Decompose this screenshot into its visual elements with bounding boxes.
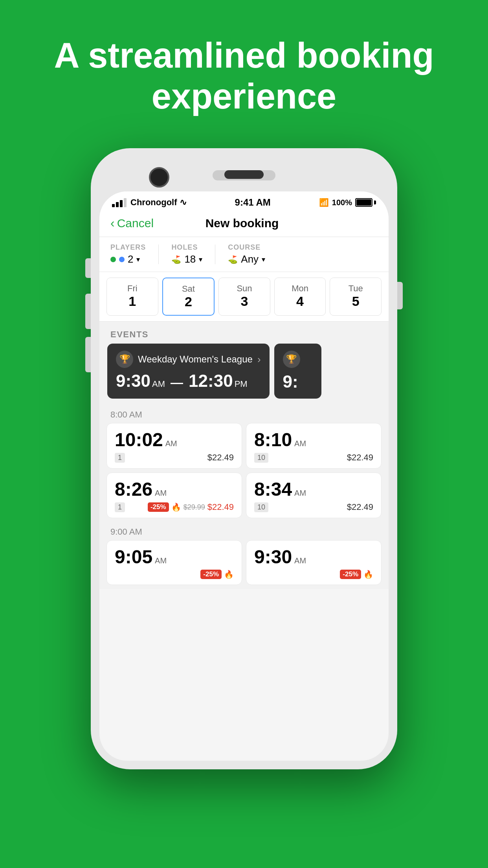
players-value-row: 2 ▾ — [110, 253, 146, 265]
slot-834am[interactable]: 8:34 AM 10 $22.49 — [246, 473, 382, 518]
date-day-tue: Tue — [349, 283, 363, 294]
date-num-2: 2 — [185, 294, 192, 309]
slot-discount-930: -25% 🔥 — [340, 570, 373, 579]
date-sun-3[interactable]: Sun 3 — [218, 278, 270, 316]
slot-bottom-930: -25% 🔥 — [254, 570, 373, 579]
back-chevron-icon: ‹ — [110, 216, 115, 230]
event-dash: — — [171, 375, 183, 390]
slot-ampm-930: AM — [294, 556, 306, 565]
slot-holes-826: 1 — [115, 502, 125, 512]
course-value-row: ⛳ Any ▾ — [228, 253, 378, 265]
slot-time-810: 8:10 — [254, 430, 292, 449]
date-tue-5[interactable]: Tue 5 — [330, 278, 382, 316]
slot-826am[interactable]: 8:26 AM 1 -25% 🔥 $29.99 $22.49 — [106, 473, 242, 518]
date-num-3: 3 — [241, 294, 248, 309]
date-num-1: 1 — [128, 294, 136, 309]
event-start-time: 9:30 — [116, 371, 150, 391]
players-label: PLAYERS — [110, 243, 146, 252]
trophy-icon-2: 🏆 — [283, 351, 300, 368]
fire-icon-826: 🔥 — [171, 502, 181, 512]
event-end-time: 12:30 — [189, 371, 233, 391]
wifi-icon: ∿ — [180, 197, 187, 208]
date-sat-2[interactable]: Sat 2 — [162, 278, 215, 316]
bluetooth-icon: 📶 — [319, 198, 329, 207]
separator-1 — [158, 245, 159, 264]
discount-badge-905: -25% — [200, 570, 222, 579]
volume-up-button — [85, 294, 91, 329]
status-bar: Chronogolf ∿ 9:41 AM 📶 100% — [99, 191, 389, 212]
phone-screen: Chronogolf ∿ 9:41 AM 📶 100% — [99, 191, 389, 761]
course-name: Any — [241, 253, 259, 265]
holes-value-row: ⛳ 18 ▾ — [171, 253, 202, 265]
nav-bar: ‹ Cancel New booking — [99, 212, 389, 237]
slot-orig-price-826: $29.99 — [183, 503, 205, 511]
slot-ampm-826: AM — [155, 489, 167, 498]
events-section-label: EVENTS — [99, 322, 389, 344]
slot-time-905: 9:05 — [115, 548, 152, 566]
slots-grid-9am: 9:05 AM -25% 🔥 — [99, 540, 389, 589]
battery-percent: 100% — [332, 198, 352, 207]
slot-905am[interactable]: 9:05 AM -25% 🔥 — [106, 540, 242, 585]
date-day-fri: Fri — [127, 283, 138, 294]
fire-icon-930: 🔥 — [363, 570, 373, 579]
mute-button — [85, 258, 91, 278]
power-button — [397, 282, 403, 309]
slot-time-826: 8:26 — [115, 480, 152, 499]
slot-holes-810: 10 — [254, 453, 268, 463]
phone-earpiece — [224, 170, 264, 179]
slots-grid-8am: 10:02 AM 1 $22.49 8:10 AM — [99, 423, 389, 522]
carrier-name: Chronogolf — [130, 197, 177, 208]
slot-bottom-810: 10 $22.49 — [254, 452, 373, 463]
hero-text: A streamlined booking experience — [0, 35, 488, 117]
status-right: 📶 100% — [319, 198, 376, 207]
event-card-1[interactable]: 🏆 Weekday Women's League › 9:30 AM — 12:… — [107, 344, 270, 399]
event-card-header: 🏆 Weekday Women's League › — [116, 351, 261, 368]
discount-badge-826: -25% — [148, 502, 169, 512]
content-area: EVENTS 🏆 Weekday Women's League › 9:30 A… — [99, 322, 389, 589]
players-count: 2 — [128, 253, 133, 265]
players-filter[interactable]: PLAYERS 2 ▾ — [110, 243, 146, 265]
event-card-2-partial[interactable]: 🏆 9: — [274, 344, 321, 399]
cancel-button[interactable]: ‹ Cancel — [110, 216, 154, 230]
slot-bottom-905: -25% 🔥 — [115, 570, 234, 579]
page-title: New booking — [154, 217, 330, 230]
phone-camera — [149, 167, 169, 188]
trophy-icon: 🏆 — [116, 351, 133, 368]
date-day-mon: Mon — [292, 283, 308, 294]
cancel-label: Cancel — [117, 217, 154, 230]
event-end-ampm: PM — [235, 379, 248, 389]
golf-pin-icon: ⛳ — [171, 255, 181, 264]
slot-bottom-834: 10 $22.49 — [254, 502, 373, 512]
course-filter[interactable]: COURSE ⛳ Any ▾ — [228, 243, 378, 265]
event-chevron-icon: › — [257, 353, 261, 366]
event-time-range: 9:30 AM — 12:30 PM — [116, 371, 261, 391]
status-left: Chronogolf ∿ — [112, 197, 187, 208]
slot-discount-905: -25% 🔥 — [200, 570, 234, 579]
date-mon-4[interactable]: Mon 4 — [274, 278, 326, 316]
slot-930am[interactable]: 9:30 AM -25% 🔥 — [246, 540, 382, 585]
event-2-time: 9: — [283, 372, 313, 392]
slot-1002am[interactable]: 10:02 AM 1 $22.49 — [106, 423, 242, 469]
slot-disc-price-826: $22.49 — [207, 502, 234, 512]
holes-filter[interactable]: HOLES ⛳ 18 ▾ — [171, 243, 202, 265]
slot-holes-834: 10 — [254, 502, 268, 512]
player-dot-2 — [119, 257, 125, 262]
holes-count: 18 — [184, 253, 196, 265]
date-day-sat: Sat — [182, 284, 195, 294]
date-num-4: 4 — [296, 294, 304, 309]
player-dot-1 — [110, 257, 116, 262]
date-fri-1[interactable]: Fri 1 — [106, 278, 158, 316]
slot-price-834: $22.49 — [347, 502, 373, 512]
date-selector: Fri 1 Sat 2 Sun 3 Mon 4 Tue 5 — [99, 272, 389, 322]
course-label: COURSE — [228, 243, 378, 252]
status-time: 9:41 AM — [235, 197, 271, 208]
slot-discount-826: -25% 🔥 $29.99 $22.49 — [148, 502, 234, 512]
slot-810am[interactable]: 8:10 AM 10 $22.49 — [246, 423, 382, 469]
holes-dropdown-icon: ▾ — [199, 255, 202, 264]
slot-ampm-810: AM — [294, 439, 306, 448]
separator-2 — [215, 245, 215, 264]
events-list: 🏆 Weekday Women's League › 9:30 AM — 12:… — [99, 344, 389, 405]
players-dropdown-icon: ▾ — [136, 255, 140, 264]
slot-price-810: $22.49 — [347, 452, 373, 463]
slot-time-1002: 10:02 — [115, 430, 163, 449]
